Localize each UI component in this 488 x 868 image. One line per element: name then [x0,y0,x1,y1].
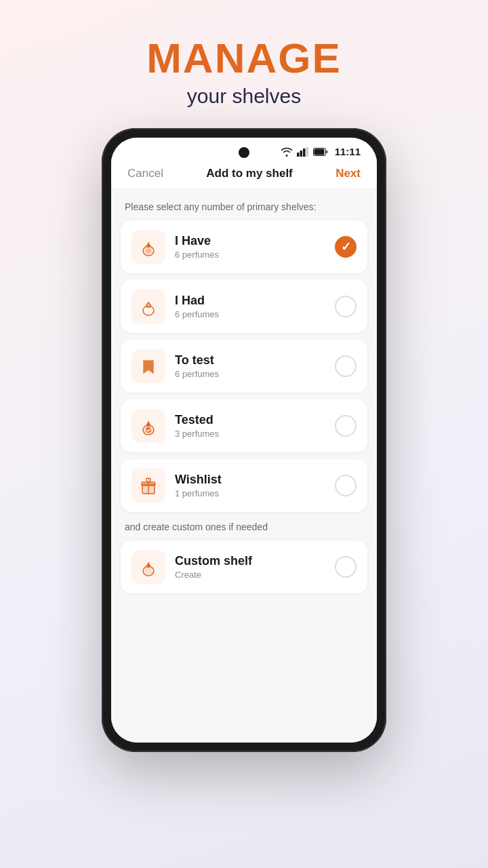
shelf-icon-wrap-to-test [131,349,165,383]
svg-rect-5 [314,149,324,155]
header: MANAGE your shelves [146,0,342,108]
shelf-checkbox-i-have[interactable] [335,236,357,258]
shelf-checkbox-wishlist[interactable] [335,475,357,496]
gift-icon [139,476,158,495]
shelf-name-i-have: I Have [175,234,335,248]
battery-icon [313,148,328,156]
shelf-item-to-test[interactable]: To test 6 perfumes [121,340,367,393]
shelf-item-wishlist[interactable]: Wishlist 1 perfumes [121,459,367,512]
status-time: 11:11 [335,146,361,157]
shelf-info-wishlist: Wishlist 1 perfumes [175,473,335,498]
next-button[interactable]: Next [336,167,361,180]
perfume-check-icon [139,416,158,435]
phone-screen: 11:11 Cancel Add to my shelf Next Please… [111,138,377,743]
shelf-checkbox-to-test[interactable] [335,355,357,377]
camera-notch [239,147,249,158]
shelf-count-to-test: 6 perfumes [175,369,335,379]
svg-point-10 [146,249,151,254]
shelf-info-tested: Tested 3 perfumes [175,413,335,439]
svg-rect-1 [300,151,302,157]
shelf-name-custom: Custom shelf [175,554,335,568]
content-area: Please select any number of primary shel… [111,189,377,743]
svg-rect-26 [148,562,149,565]
shelf-count-i-have: 6 perfumes [175,250,335,260]
phone-frame: 11:11 Cancel Add to my shelf Next Please… [102,128,386,752]
perfume-outline-icon [139,297,158,316]
header-subtitle: your shelves [146,85,342,108]
shelf-info-to-test: To test 6 perfumes [175,353,335,379]
shelf-checkbox-tested[interactable] [335,415,357,437]
shelf-name-i-had: I Had [175,294,335,308]
svg-rect-13 [148,302,149,304]
svg-rect-9 [148,242,149,245]
perfume-custom-icon [139,557,158,576]
shelf-checkbox-custom[interactable] [335,556,357,578]
svg-rect-2 [303,149,306,157]
shelf-name-to-test: To test [175,353,335,368]
custom-section-label: and create custom ones if needed [111,519,377,540]
bookmark-icon [139,357,158,376]
shelf-icon-wrap-wishlist [131,469,165,502]
signal-icon [297,147,309,157]
svg-rect-3 [306,147,308,157]
perfume-icon [139,237,158,256]
shelf-count-custom: Create [175,570,335,580]
shelf-info-i-had: I Had 6 perfumes [175,294,335,319]
shelf-name-wishlist: Wishlist [175,473,335,487]
header-title: MANAGE [146,37,342,79]
status-icons: 11:11 [281,146,361,157]
svg-rect-0 [297,153,300,157]
shelf-item-i-had[interactable]: I Had 6 perfumes [121,280,367,333]
shelf-count-wishlist: 1 perfumes [175,488,335,498]
primary-section-label: Please select any number of primary shel… [111,189,377,220]
shelf-count-tested: 3 perfumes [175,429,335,439]
shelf-icon-wrap-i-had [131,290,165,323]
shelf-icon-wrap-custom [131,550,165,584]
shelf-name-tested: Tested [175,413,335,427]
svg-rect-17 [148,421,149,424]
nav-bar: Cancel Add to my shelf Next [111,160,377,189]
shelf-info-i-have: I Have 6 perfumes [175,234,335,260]
shelf-item-tested[interactable]: Tested 3 perfumes [121,399,367,452]
shelf-icon-wrap-i-have [131,230,165,264]
shelf-item-i-have[interactable]: I Have 6 perfumes [121,220,367,273]
shelf-item-custom[interactable]: Custom shelf Create [121,540,367,593]
status-bar: 11:11 [111,138,377,160]
custom-shelf-list: Custom shelf Create [111,540,377,593]
shelf-checkbox-i-had[interactable] [335,296,357,317]
shelf-list: I Have 6 perfumes I Ha [111,220,377,512]
nav-title: Add to my shelf [206,167,293,180]
shelf-icon-wrap-tested [131,409,165,443]
shelf-info-custom: Custom shelf Create [175,554,335,580]
shelf-count-i-had: 6 perfumes [175,309,335,319]
cancel-button[interactable]: Cancel [127,167,163,180]
wifi-icon [281,147,293,157]
